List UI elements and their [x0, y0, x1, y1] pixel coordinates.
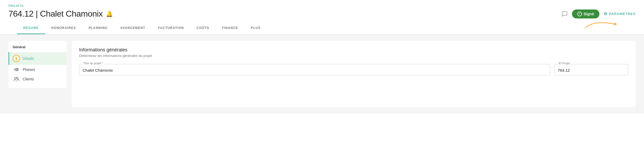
project-title-label: Titre du projet *: [82, 62, 104, 65]
section-subtitle: Déterminez les informations générales du…: [79, 54, 628, 58]
tab-couts[interactable]: COÛTS: [190, 22, 215, 34]
signed-button[interactable]: ✓ Signé: [572, 9, 599, 18]
project-title-group: Titre du projet *: [79, 64, 550, 75]
header-left: 764.12 | Chalet Chamonix 🔔: [8, 9, 113, 19]
gear-icon: ⚙: [604, 11, 608, 16]
page-wrapper: PROJETS 764.12 | Chalet Chamonix 🔔 ✓ Sig…: [0, 0, 644, 156]
breadcrumb: PROJETS: [8, 4, 636, 7]
project-id-input[interactable]: [554, 64, 628, 75]
header: PROJETS 764.12 | Chalet Chamonix 🔔 ✓ Sig…: [0, 0, 644, 35]
sidebar: Général ℹ Détails Phases: [8, 41, 66, 88]
tab-honoraires[interactable]: HONORAIRES: [45, 22, 82, 34]
project-id-group: ID Projet: [554, 64, 628, 75]
params-button[interactable]: ⚙ PARAMÈTRES: [604, 11, 636, 16]
nav-tabs: RÉSUMÉ HONORAIRES PLANNING AVANCEMENT FA…: [8, 22, 636, 34]
chat-icon: [561, 11, 568, 17]
header-top: 764.12 | Chalet Chamonix 🔔 ✓ Signé ⚙ PAR…: [8, 9, 636, 22]
tab-avancement[interactable]: AVANCEMENT: [114, 22, 152, 34]
info-icon-wrapper: ℹ: [13, 55, 20, 62]
tab-facturation[interactable]: FACTURATION: [152, 22, 190, 34]
chat-button[interactable]: [561, 11, 568, 17]
sidebar-item-clients[interactable]: Clients: [8, 74, 66, 84]
project-title-input[interactable]: [79, 64, 550, 75]
sidebar-section-label: Général: [8, 45, 66, 52]
svg-point-4: [15, 77, 17, 79]
sidebar-details-label: Détails: [23, 56, 34, 61]
phases-icon: [13, 67, 20, 72]
content-area: Général ℹ Détails Phases: [0, 35, 644, 114]
sidebar-item-phases[interactable]: Phases: [8, 65, 66, 74]
main-panel: Informations générales Déterminez les in…: [72, 41, 636, 107]
tab-resume[interactable]: RÉSUMÉ: [17, 22, 45, 34]
params-label: PARAMÈTRES: [609, 12, 636, 16]
tab-plus[interactable]: PLUS: [244, 22, 267, 34]
check-circle-icon: ✓: [577, 12, 582, 16]
tab-finance[interactable]: FINANCE: [215, 22, 244, 34]
sidebar-item-details[interactable]: ℹ Détails: [8, 52, 66, 65]
sidebar-clients-label: Clients: [23, 77, 34, 81]
section-title: Informations générales: [79, 47, 628, 53]
sidebar-phases-label: Phases: [23, 67, 35, 72]
page-title: 764.12 | Chalet Chamonix: [8, 9, 103, 19]
svg-point-5: [17, 77, 18, 79]
form-row-1: Titre du projet * ID Projet: [79, 64, 628, 75]
info-icon: ℹ: [16, 56, 17, 61]
bell-icon[interactable]: 🔔: [106, 11, 113, 17]
clients-icon: [13, 77, 20, 81]
signed-label: Signé: [584, 12, 594, 16]
header-right: ✓ Signé ⚙ PARAMÈTRES: [561, 9, 636, 18]
project-id-label: ID Projet: [558, 62, 571, 65]
tab-planning[interactable]: PLANNING: [82, 22, 114, 34]
